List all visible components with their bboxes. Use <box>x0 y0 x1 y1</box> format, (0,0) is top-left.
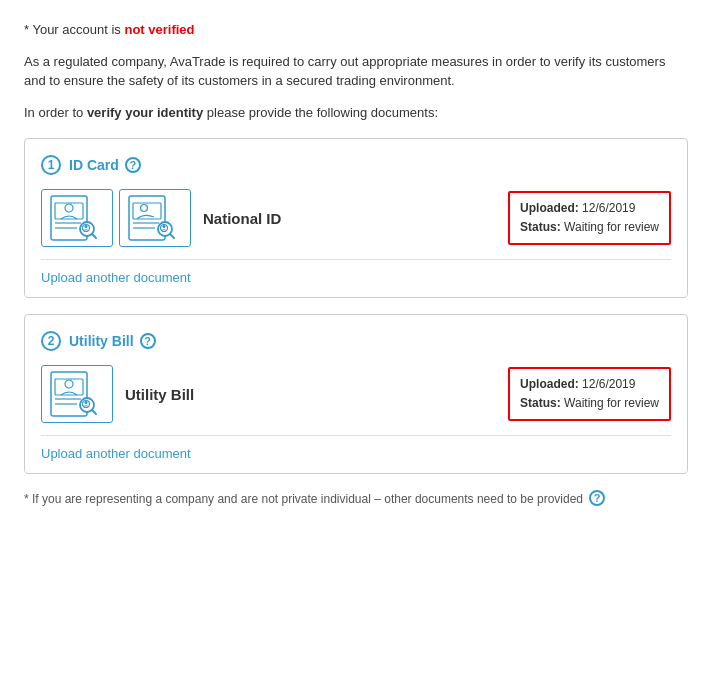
utility-bill-status-value: Waiting for review <box>564 396 659 410</box>
utility-bill-uploaded-label: Uploaded: <box>520 377 579 391</box>
footer-help-icon[interactable]: ? <box>589 490 605 506</box>
id-card-title-text: ID Card <box>69 157 119 173</box>
utility-bill-help-icon[interactable]: ? <box>140 333 156 349</box>
description-text: As a regulated company, AvaTrade is requ… <box>24 52 688 91</box>
not-verified-prefix: * Your account is <box>24 22 124 37</box>
id-card-title: 1 ID Card ? <box>41 155 671 175</box>
svg-point-22 <box>65 380 73 388</box>
verify-line-prefix: In order to <box>24 105 87 120</box>
utility-bill-number: 2 <box>41 331 61 351</box>
id-card-icon-front <box>41 189 113 247</box>
utility-bill-icons <box>41 365 113 423</box>
id-card-doc-label: National ID <box>203 210 496 227</box>
utility-bill-status-box: Uploaded: 12/6/2019 Status: Waiting for … <box>508 367 671 421</box>
verify-line: In order to verify your identity please … <box>24 103 688 123</box>
utility-bill-title: 2 Utility Bill ? <box>41 331 671 351</box>
utility-bill-title-text: Utility Bill <box>69 333 134 349</box>
footer-note: * If you are representing a company and … <box>24 490 688 508</box>
svg-point-7 <box>85 225 87 227</box>
id-card-help-icon[interactable]: ? <box>125 157 141 173</box>
id-card-section: 1 ID Card ? <box>24 138 688 298</box>
svg-point-13 <box>141 205 148 212</box>
verify-line-suffix: please provide the following documents: <box>203 105 438 120</box>
footer-note-text: * If you are representing a company and … <box>24 490 583 508</box>
id-card-number: 1 <box>41 155 61 175</box>
id-card-doc-row: National ID Uploaded: 12/6/2019 Status: … <box>41 189 671 247</box>
utility-bill-doc-label: Utility Bill <box>125 386 496 403</box>
id-card-status-value: Waiting for review <box>564 220 659 234</box>
utility-bill-section: 2 Utility Bill ? <box>24 314 688 474</box>
id-card-status-box: Uploaded: 12/6/2019 Status: Waiting for … <box>508 191 671 245</box>
id-card-status-label: Status: <box>520 220 561 234</box>
utility-bill-status-line: Status: Waiting for review <box>520 394 659 413</box>
utility-bill-doc-row: Utility Bill Uploaded: 12/6/2019 Status:… <box>41 365 671 423</box>
utility-bill-status-label: Status: <box>520 396 561 410</box>
id-card-uploaded-label: Uploaded: <box>520 201 579 215</box>
svg-line-26 <box>92 410 96 414</box>
svg-point-25 <box>85 401 87 403</box>
not-verified-text: not verified <box>124 22 194 37</box>
utility-bill-uploaded-date: 12/6/2019 <box>582 377 635 391</box>
svg-point-4 <box>65 204 73 212</box>
utility-bill-icon <box>41 365 113 423</box>
id-card-icons <box>41 189 191 247</box>
id-card-upload-link[interactable]: Upload another document <box>41 259 671 285</box>
svg-line-17 <box>170 234 174 238</box>
id-card-status-line: Status: Waiting for review <box>520 218 659 237</box>
not-verified-notice: * Your account is not verified <box>24 20 688 40</box>
id-card-uploaded-date: 12/6/2019 <box>582 201 635 215</box>
svg-point-16 <box>163 225 165 227</box>
svg-line-8 <box>92 234 96 238</box>
utility-bill-upload-link[interactable]: Upload another document <box>41 435 671 461</box>
utility-bill-uploaded-line: Uploaded: 12/6/2019 <box>520 375 659 394</box>
verify-line-bold: verify your identity <box>87 105 203 120</box>
id-card-icon-back <box>119 189 191 247</box>
id-card-uploaded-line: Uploaded: 12/6/2019 <box>520 199 659 218</box>
